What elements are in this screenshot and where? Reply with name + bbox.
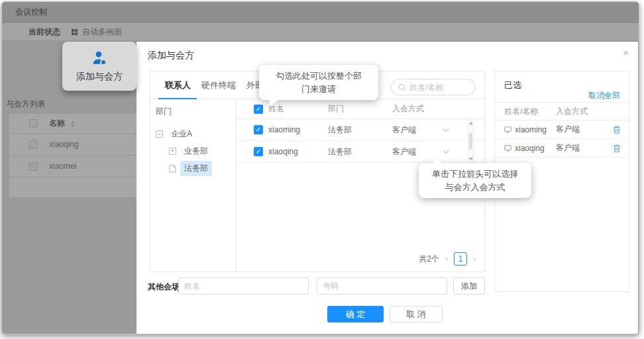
prev-page-icon[interactable]: ‹ bbox=[445, 254, 448, 264]
cell-dept: 法务部 bbox=[328, 146, 392, 158]
cell-method: 客户端 bbox=[556, 142, 602, 154]
scrollbar[interactable] bbox=[468, 119, 474, 163]
selected-row: xiaoqing 客户端 bbox=[495, 139, 629, 158]
row-checkbox[interactable] bbox=[29, 140, 38, 149]
search-input[interactable] bbox=[409, 83, 466, 92]
sort-icon[interactable] bbox=[71, 121, 75, 127]
row-checkbox-checked[interactable]: ✓ bbox=[254, 147, 263, 156]
search-icon bbox=[398, 83, 406, 91]
cell-method: 客户端 bbox=[392, 146, 444, 158]
table-row[interactable]: ✓ xiaoqing 法务部 客户端 bbox=[237, 141, 484, 163]
close-icon[interactable]: × bbox=[623, 47, 629, 58]
tab-hardware-terminal[interactable]: 硬件终端 bbox=[201, 79, 236, 91]
scrollbar-thumb[interactable] bbox=[469, 132, 472, 150]
cell-name: xiaoqing bbox=[268, 147, 328, 156]
cancel-button[interactable]: 取 消 bbox=[390, 306, 443, 322]
expand-icon[interactable]: + bbox=[169, 148, 176, 155]
department-tree: 部门 − 企业A + 业务部 bbox=[150, 99, 237, 271]
add-person-icon bbox=[91, 50, 108, 67]
add-other-site-button[interactable]: 添加 bbox=[453, 277, 485, 295]
add-participant-modal: 添加与会方 × 联系人 硬件终端 外部联系人 bbox=[136, 42, 638, 334]
selected-header: 姓名/名称 入会方式 bbox=[495, 102, 629, 121]
scroll-up-icon[interactable] bbox=[469, 122, 473, 124]
other-site-name-input[interactable] bbox=[178, 277, 309, 295]
participant-list-title: 与会方列表 bbox=[6, 99, 46, 110]
screen: 会议控制 当前状态 自动多画面 与会方列表 名称 xiaoqing xiaome… bbox=[0, 0, 644, 339]
page-title: 会议控制 bbox=[15, 7, 47, 18]
cell-method: 客户端 bbox=[556, 124, 602, 135]
participant-name: xiaoqing bbox=[49, 140, 79, 149]
cell-method: 客户端 bbox=[392, 124, 444, 136]
tree-node-label: 法务部 bbox=[180, 161, 212, 176]
document-icon bbox=[169, 164, 176, 173]
participant-list-header: 名称 bbox=[9, 114, 137, 134]
cell-name: xiaoqing bbox=[504, 144, 556, 153]
tooltip-tail bbox=[270, 99, 280, 106]
row-checkbox-checked[interactable]: ✓ bbox=[254, 125, 263, 134]
search-box[interactable] bbox=[391, 79, 476, 95]
col-method: 入会方式 bbox=[392, 103, 444, 115]
collapse-icon[interactable]: − bbox=[156, 130, 163, 138]
tree-node-label: 企业A bbox=[167, 126, 196, 142]
app-window: 会议控制 当前状态 自动多画面 与会方列表 名称 xiaoqing xiaome… bbox=[1, 1, 639, 334]
client-icon bbox=[504, 126, 511, 133]
list-item[interactable]: xiaomei bbox=[9, 156, 137, 177]
tree-node-legal-dept[interactable]: 法务部 bbox=[156, 160, 236, 177]
select-all-checkbox-checked[interactable]: ✓ bbox=[254, 105, 263, 114]
next-page-icon[interactable]: › bbox=[473, 254, 476, 264]
status-value: 自动多画面 bbox=[82, 26, 122, 38]
col-method: 入会方式 bbox=[556, 106, 602, 117]
status-bar: 当前状态 自动多画面 bbox=[2, 23, 639, 40]
top-title-bar: 会议控制 bbox=[2, 2, 639, 23]
row-checkbox[interactable] bbox=[29, 162, 38, 171]
multiview-grid-icon bbox=[72, 29, 78, 35]
other-site-row: 其他会场 添加 bbox=[136, 277, 638, 295]
client-icon bbox=[504, 145, 511, 152]
trash-icon[interactable] bbox=[613, 125, 621, 134]
total-count: 共2个 bbox=[419, 254, 439, 265]
trash-icon[interactable] bbox=[613, 144, 621, 153]
selected-title: 已选 bbox=[504, 79, 521, 91]
tree-node-label: 业务部 bbox=[180, 144, 212, 159]
selected-row: xiaoming 客户端 bbox=[495, 121, 629, 139]
tree-node-enterprise[interactable]: − 企业A bbox=[156, 125, 236, 142]
tooltip-tail bbox=[433, 158, 443, 164]
page-number[interactable]: 1 bbox=[454, 252, 467, 266]
chevron-down-icon[interactable] bbox=[443, 126, 449, 131]
tab-contacts[interactable]: 联系人 bbox=[165, 79, 191, 91]
tooltip-department-checkbox: 勾选此处可以按整个部 门来邀请 bbox=[259, 65, 378, 100]
other-site-number-input[interactable] bbox=[317, 277, 447, 295]
tree-label: 部门 bbox=[156, 106, 236, 117]
participant-name: xiaomei bbox=[49, 162, 76, 171]
select-all-checkbox[interactable] bbox=[29, 119, 38, 128]
status-label: 当前状态 bbox=[28, 26, 60, 38]
add-participant-label: 添加与会方 bbox=[76, 71, 123, 83]
modal-title: 添加与会方 bbox=[148, 50, 194, 62]
col-dept: 部门 bbox=[328, 103, 392, 115]
participant-list: 名称 xiaoqing xiaomei bbox=[9, 114, 137, 197]
table-row[interactable]: ✓ xiaoming 法务部 客户端 bbox=[237, 119, 484, 141]
chevron-down-icon[interactable] bbox=[443, 148, 449, 153]
clear-all-link[interactable]: 取消全部 bbox=[588, 90, 620, 101]
cell-name: xiaoming bbox=[504, 125, 556, 134]
name-column-header: 名称 bbox=[49, 118, 65, 129]
list-item[interactable]: xiaoqing bbox=[9, 134, 137, 156]
other-site-label: 其他会场 bbox=[148, 281, 180, 293]
tree-node-business-dept[interactable]: + 业务部 bbox=[156, 142, 236, 160]
pagination: 共2个 ‹ 1 › bbox=[419, 252, 476, 266]
col-name: 姓名/名称 bbox=[504, 106, 556, 117]
confirm-button[interactable]: 确 定 bbox=[327, 306, 384, 322]
add-participant-button[interactable]: 添加与会方 bbox=[62, 42, 136, 91]
tooltip-join-method: 单击下拉箭头可以选择 与会方入会方式 bbox=[419, 163, 531, 198]
scroll-down-icon[interactable] bbox=[469, 158, 473, 160]
cell-name: xiaoming bbox=[268, 125, 328, 134]
cell-dept: 法务部 bbox=[328, 124, 392, 136]
